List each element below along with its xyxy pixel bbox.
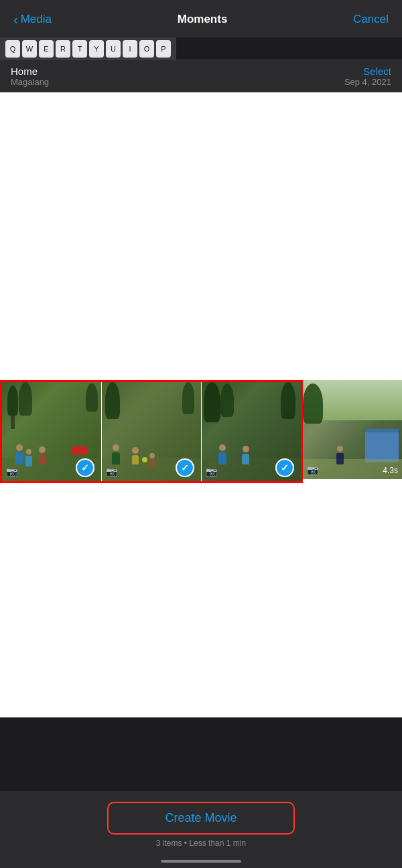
content-area-bottom (0, 483, 402, 717)
media-item-1[interactable]: 📷 ✓ (2, 382, 101, 481)
person-arms-raised (25, 449, 32, 466)
video-camera-icon: 📷 (307, 464, 318, 475)
video-camera-icon: 📷 (106, 466, 117, 477)
key-o[interactable]: O (139, 40, 154, 58)
duration-badge: 4.3s (383, 466, 398, 475)
person-figure (336, 446, 344, 464)
key-e[interactable]: E (39, 40, 54, 58)
check-icon: ✓ (181, 463, 189, 472)
selection-checkmark-3[interactable]: ✓ (275, 458, 294, 477)
section-right: Select Sep 4, 2021 (344, 66, 391, 87)
person-figure (242, 446, 249, 464)
back-label: Media (21, 13, 52, 26)
key-u[interactable]: U (106, 40, 121, 58)
bottom-bar: Create Movie 3 items • Less than 1 min (0, 791, 402, 868)
person-figure (149, 453, 155, 468)
keyboard-hint: Q W E R T Y U I O P (0, 37, 176, 60)
media-item-2[interactable]: 📷 ✓ (102, 382, 201, 481)
create-movie-button[interactable]: Create Movie (107, 802, 295, 835)
tree-decoration (204, 382, 220, 422)
check-icon: ✓ (281, 463, 289, 472)
person-figure (15, 444, 23, 464)
key-t[interactable]: T (72, 40, 87, 58)
video-camera-icon: 📷 (6, 466, 17, 477)
key-y[interactable]: Y (89, 40, 104, 58)
tree-decoration (182, 382, 194, 414)
person-figure (218, 444, 226, 464)
selection-checkmark-1[interactable]: ✓ (76, 458, 94, 477)
building (365, 429, 399, 462)
car-decoration (71, 446, 88, 454)
tree-decoration (281, 382, 295, 419)
section-header: Home Magalang Select Sep 4, 2021 (0, 59, 402, 92)
tree-decoration (7, 385, 18, 429)
key-i[interactable]: I (123, 40, 137, 58)
tree-decoration (303, 383, 323, 424)
tree-decoration (86, 383, 98, 412)
ball (142, 457, 147, 462)
page-title: Moments (178, 13, 228, 26)
building-roof (365, 429, 399, 432)
chevron-left-icon: ‹ (13, 12, 18, 27)
section-subtitle: Magalang (11, 77, 49, 87)
media-strip-container: 📷 ✓ (0, 380, 402, 483)
key-w[interactable]: W (22, 40, 37, 58)
items-info: 3 items • Less than 1 min (156, 839, 246, 848)
key-q[interactable]: Q (5, 40, 20, 58)
content-area-top (0, 92, 402, 380)
check-icon: ✓ (81, 463, 89, 472)
tree-decoration (105, 382, 120, 419)
tree-decoration (19, 382, 32, 416)
selection-checkmark-2[interactable]: ✓ (176, 458, 194, 477)
media-item-4[interactable]: 📷 4.3s (303, 380, 402, 479)
key-r[interactable]: R (56, 40, 70, 58)
select-button[interactable]: Select (363, 66, 391, 77)
person-figure (112, 444, 120, 464)
section-date: Sep 4, 2021 (344, 77, 391, 87)
key-p[interactable]: P (156, 40, 171, 58)
person-figure (39, 446, 46, 464)
back-button[interactable]: ‹ Media (13, 12, 52, 27)
section-title: Home (11, 66, 49, 77)
cancel-button[interactable]: Cancel (353, 13, 389, 26)
tree-decoration (220, 383, 234, 417)
navigation-header: ‹ Media Moments Cancel (0, 0, 402, 37)
video-camera-icon: 📷 (206, 466, 217, 477)
selected-media-group: 📷 ✓ (0, 380, 303, 483)
home-indicator (161, 860, 241, 863)
media-item-3[interactable]: 📷 ✓ (202, 382, 301, 481)
person-figure (132, 447, 139, 464)
location-info: Home Magalang (11, 66, 49, 87)
media-strip: 📷 ✓ (0, 380, 402, 483)
